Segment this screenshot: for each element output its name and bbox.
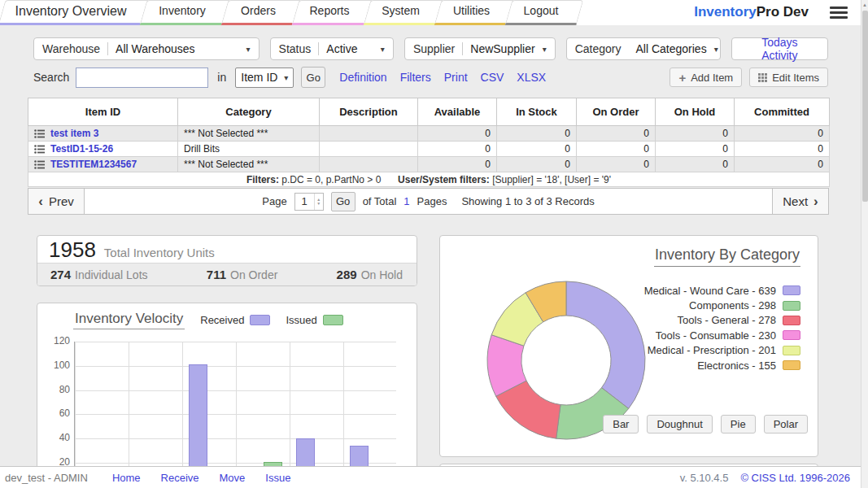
filters-note-label: Filters: <box>246 174 279 185</box>
tab-label: Reports <box>294 0 365 22</box>
category-cell: *** Not Selected *** <box>178 126 320 142</box>
tab-inventory[interactable]: Inventory <box>142 0 223 25</box>
chart-type-doughnut-button[interactable]: Doughnut <box>647 415 712 434</box>
row-list-icon[interactable] <box>34 160 45 169</box>
description-cell <box>320 126 418 142</box>
in-stock-cell: 0 <box>497 157 577 172</box>
move-link[interactable]: Move <box>220 472 246 484</box>
total-units-value: 1958 <box>49 237 96 263</box>
receive-link[interactable]: Receive <box>161 472 199 484</box>
on-order-cell: 0 <box>577 142 656 157</box>
doughnut-segment[interactable] <box>566 281 645 408</box>
tab-logout[interactable]: Logout <box>507 0 575 25</box>
scroll-up-arrow[interactable]: ▲ <box>861 1 868 9</box>
col-available[interactable]: Available <box>418 98 497 126</box>
legend-item[interactable]: Tools - Consumable - 230 <box>644 328 800 342</box>
legend-item[interactable]: Electronics - 155 <box>644 358 800 373</box>
scrollbar[interactable]: ▲ <box>861 0 868 488</box>
copyright-link[interactable]: © CISS Ltd. 1996-2026 <box>740 472 850 484</box>
menu-icon[interactable] <box>830 7 848 20</box>
item-id-link[interactable]: test item 3 <box>50 128 98 139</box>
user-filters-text: [Supplier] = '18', [User] = '9' <box>492 174 611 185</box>
legend-label: Medical - Wound Care - 639 <box>644 285 776 297</box>
on-order-stat: 711On Order <box>207 268 278 281</box>
table-header-row: Item ID Category Description Available I… <box>28 98 830 126</box>
top-nav: Inventory OverviewInventoryOrdersReports… <box>0 0 861 25</box>
warehouse-select[interactable]: Warehouse All Warehouses ▾ <box>33 37 260 60</box>
todays-activity-button[interactable]: Todays Activity <box>731 37 828 60</box>
divider <box>107 42 108 55</box>
category-chart-legend: Medical - Wound Care - 639Components - 2… <box>644 283 800 373</box>
row-list-icon[interactable] <box>34 145 45 154</box>
tab-orders[interactable]: Orders <box>223 0 294 25</box>
tab-system[interactable]: System <box>365 0 436 25</box>
print-link[interactable]: Print <box>444 71 468 84</box>
filters-link[interactable]: Filters <box>400 71 431 84</box>
search-label: Search <box>33 71 69 84</box>
col-category[interactable]: Category <box>178 98 320 126</box>
scrollbar-thumb[interactable] <box>862 11 868 202</box>
status-select[interactable]: Status Active ▾ <box>270 37 394 60</box>
page-go-button[interactable]: Go <box>331 192 355 211</box>
chart-type-polar-button[interactable]: Polar <box>764 415 808 434</box>
col-on-hold[interactable]: On Hold <box>656 98 735 126</box>
legend-item[interactable]: Components - 298 <box>644 298 800 312</box>
csv-link[interactable]: CSV <box>481 71 504 84</box>
legend-item[interactable]: Medical - Wound Care - 639 <box>644 283 800 298</box>
add-item-label: Add Item <box>691 72 733 84</box>
page-spinner[interactable]: ▲▼ <box>314 194 323 210</box>
category-chart-title: Inventory By Category <box>654 246 800 267</box>
item-id-link[interactable]: TestID1-15-26 <box>50 143 113 155</box>
legend-swatch <box>783 330 800 340</box>
next-page-button[interactable]: Next › <box>772 189 828 214</box>
search-field-select[interactable]: Item ID ▾ <box>235 68 294 88</box>
legend-issued[interactable]: Issued <box>286 314 342 326</box>
of-total-label: of Total <box>363 195 397 207</box>
legend-item[interactable]: Medical - Prescription - 201 <box>644 343 800 358</box>
tab-utilities[interactable]: Utilities <box>436 0 507 25</box>
legend-swatch <box>783 360 800 370</box>
on-hold-cell: 0 <box>656 142 735 157</box>
edit-items-button[interactable]: Edit Items <box>749 68 828 87</box>
chart-type-bar-button[interactable]: Bar <box>603 415 639 434</box>
col-in-stock[interactable]: In Stock <box>497 98 577 126</box>
add-item-button[interactable]: + Add Item <box>670 68 742 87</box>
page-label: Page <box>262 195 286 207</box>
committed-cell: 0 <box>735 142 830 157</box>
chevron-down-icon: ▾ <box>284 73 288 82</box>
page-number-input[interactable]: 1 ▲▼ <box>294 193 324 211</box>
next-label: Next <box>783 194 808 208</box>
in-label: in <box>217 71 226 84</box>
supplier-select[interactable]: Supplier NewSupplier ▾ <box>404 37 556 60</box>
legend-item[interactable]: Tools - General - 278 <box>644 313 800 328</box>
on-hold-cell: 0 <box>656 157 735 172</box>
committed-cell: 0 <box>735 126 830 142</box>
brand-accent: Inventory <box>694 4 757 20</box>
tab-inventory-overview[interactable]: Inventory Overview <box>0 0 142 25</box>
category-cell: *** Not Selected *** <box>178 157 320 172</box>
col-on-order[interactable]: On Order <box>577 98 656 126</box>
item-id-link[interactable]: TESTITEM1234567 <box>50 159 137 170</box>
home-link[interactable]: Home <box>112 472 141 484</box>
xlsx-link[interactable]: XLSX <box>517 71 546 84</box>
in-stock-cell: 0 <box>497 126 577 142</box>
pagination-bar: ‹ Prev Page 1 ▲▼ Go of Total 1 Pages Sho… <box>28 188 829 215</box>
col-description[interactable]: Description <box>320 98 418 126</box>
chart-type-buttons: BarDoughnutPiePolar <box>603 415 808 434</box>
legend-swatch <box>783 301 800 311</box>
col-committed[interactable]: Committed <box>735 98 830 126</box>
col-item-id[interactable]: Item ID <box>28 98 178 126</box>
category-select[interactable]: Category All Categories ▾ <box>566 37 721 60</box>
issue-link[interactable]: Issue <box>265 472 290 484</box>
tab-reports[interactable]: Reports <box>294 0 365 25</box>
prev-page-button[interactable]: ‹ Prev <box>28 189 85 214</box>
chart-type-pie-button[interactable]: Pie <box>721 415 756 434</box>
row-list-icon[interactable] <box>34 129 45 138</box>
brand-logo: InventoryPro Dev <box>694 0 809 25</box>
legend-received[interactable]: Received <box>200 314 270 326</box>
on-order-cell: 0 <box>577 157 656 172</box>
search-input[interactable] <box>76 68 208 88</box>
search-go-button[interactable]: Go <box>301 67 325 88</box>
definition-link[interactable]: Definition <box>339 71 386 84</box>
available-cell: 0 <box>418 126 497 142</box>
